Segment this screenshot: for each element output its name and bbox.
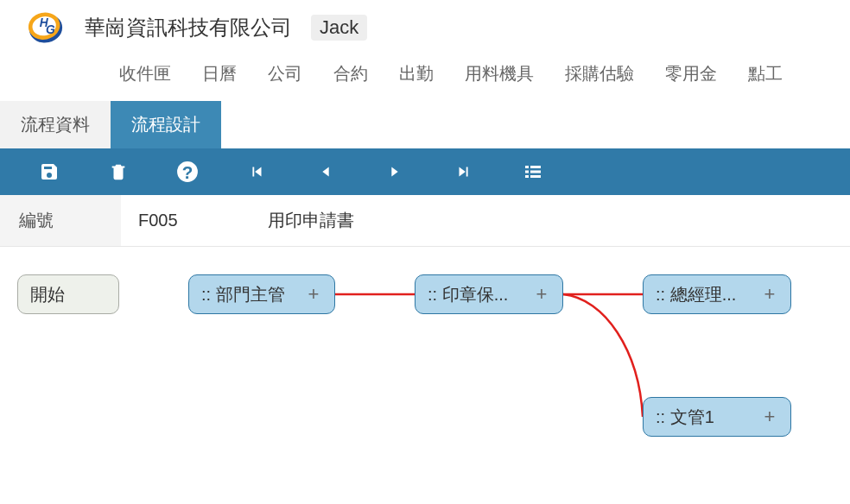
node-add-button[interactable]: + [761, 283, 778, 306]
node-add-button[interactable]: + [761, 406, 778, 428]
svg-rect-10 [530, 171, 541, 173]
node-label: :: 部門主管 [201, 283, 285, 306]
nav-company[interactable]: 公司 [268, 62, 302, 85]
nav-calendar[interactable]: 日曆 [202, 62, 237, 85]
save-icon[interactable] [38, 161, 60, 183]
svg-rect-9 [525, 171, 529, 173]
nav-contract[interactable]: 合約 [333, 62, 368, 85]
svg-rect-7 [525, 166, 529, 168]
last-icon[interactable] [453, 161, 475, 183]
doc-title: 用印申請書 [259, 195, 363, 246]
first-icon[interactable] [245, 161, 268, 183]
logo: H G [26, 9, 66, 47]
app-header: H G 華崗資訊科技有限公司 Jack [0, 0, 850, 50]
tab-flow-data[interactable]: 流程資料 [0, 101, 111, 148]
svg-text:?: ? [182, 162, 193, 182]
node-label: :: 印章保... [428, 283, 508, 306]
info-row: 編號 F005 用印申請書 [0, 195, 850, 247]
flow-node-doc-control[interactable]: :: 文管1 + [643, 397, 791, 437]
main-nav: 收件匣 日曆 公司 合約 出勤 用料機具 採購估驗 零用金 點工 [0, 50, 850, 101]
node-label: 開始 [30, 283, 65, 306]
node-label: :: 文管1 [656, 406, 714, 429]
help-icon[interactable]: ? [176, 161, 199, 183]
nav-pettycash[interactable]: 零用金 [665, 62, 717, 85]
node-label: :: 總經理... [656, 283, 736, 306]
svg-text:G: G [46, 23, 55, 36]
svg-rect-12 [530, 175, 541, 178]
nav-inbox[interactable]: 收件匣 [119, 62, 171, 85]
nav-procurement[interactable]: 採購估驗 [565, 62, 634, 85]
nav-materials[interactable]: 用料機具 [465, 62, 534, 85]
svg-rect-11 [525, 175, 529, 178]
tab-flow-design[interactable]: 流程設計 [111, 101, 221, 148]
nav-attendance[interactable]: 出勤 [399, 62, 434, 85]
list-icon[interactable] [522, 161, 544, 183]
node-add-button[interactable]: + [533, 283, 550, 306]
tab-bar: 流程資料 流程設計 [0, 101, 850, 148]
user-badge[interactable]: Jack [311, 15, 367, 41]
logo-icon: H G [26, 9, 66, 47]
flow-node-start[interactable]: 開始 [17, 274, 119, 314]
flow-node-dept-manager[interactable]: :: 部門主管 + [188, 274, 335, 314]
node-add-button[interactable]: + [305, 283, 322, 306]
code-value: F005 [121, 195, 259, 246]
toolbar: ? [0, 148, 850, 195]
code-label: 編號 [0, 195, 121, 246]
flow-node-seal-keeper[interactable]: :: 印章保... + [415, 274, 563, 314]
next-icon[interactable] [384, 161, 406, 183]
flow-canvas[interactable]: 開始 :: 部門主管 + :: 印章保... + :: 總經理... + :: … [0, 247, 850, 488]
flow-node-general-manager[interactable]: :: 總經理... + [643, 274, 791, 314]
svg-rect-8 [530, 166, 541, 168]
company-title: 華崗資訊科技有限公司 [85, 14, 292, 41]
prev-icon[interactable] [314, 161, 337, 183]
nav-labor[interactable]: 點工 [748, 62, 783, 85]
delete-icon[interactable] [107, 161, 130, 183]
